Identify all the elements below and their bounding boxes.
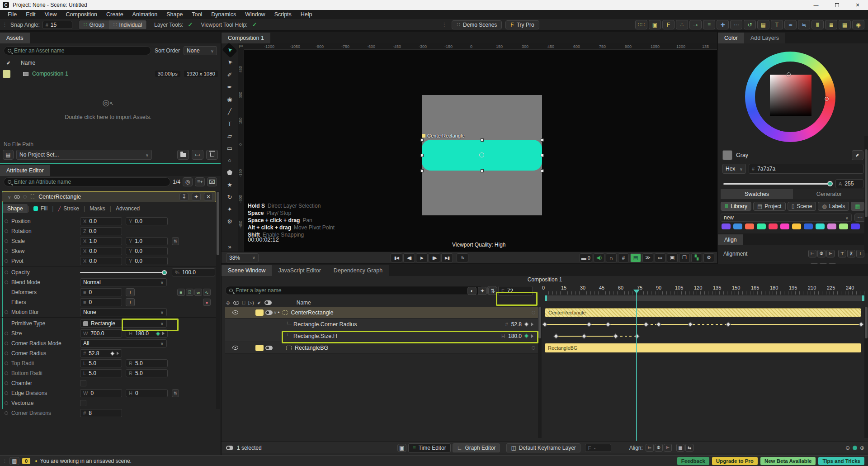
render-column-icon[interactable]: ⎕ xyxy=(242,300,245,306)
keyframe-circle-icon[interactable] xyxy=(5,391,8,395)
align-vertical-top-button[interactable]: ⊤ xyxy=(838,250,846,257)
palette-swatch-2[interactable] xyxy=(745,223,754,229)
frame-bounds-icon[interactable]: ▭ xyxy=(655,253,665,262)
menu-scripts[interactable]: Scripts xyxy=(270,11,296,18)
vectorize-checkbox[interactable] xyxy=(80,400,86,406)
zoom-out-icon[interactable]: ⊖ xyxy=(845,445,850,451)
keyframe-circle-icon[interactable] xyxy=(5,249,8,253)
palette-swatch-4[interactable] xyxy=(769,223,778,229)
audio-icon[interactable]: ◀) xyxy=(594,253,604,262)
add-attribute-button[interactable]: ≡+ xyxy=(195,177,205,186)
selection-handle[interactable] xyxy=(420,154,424,157)
collapse-chevron-icon[interactable]: ∨ xyxy=(8,195,11,200)
library-tab-labels[interactable]: ◍Labels xyxy=(818,202,849,211)
minimize-button[interactable]: — xyxy=(806,0,826,10)
clear-attribute-button[interactable]: ⌧ xyxy=(207,177,217,186)
link-icon[interactable]: ∞ xyxy=(194,289,202,296)
asset-search-input[interactable]: Enter an Asset name xyxy=(4,46,151,55)
playback-speed-icon[interactable]: ≫ xyxy=(642,253,653,262)
layer-color-swatch[interactable] xyxy=(255,345,264,351)
forge-icon[interactable]: F xyxy=(662,20,675,29)
menu-window[interactable]: Window xyxy=(241,11,269,18)
timeline-ruler[interactable]: 0153045607590105120135150165180195210225… xyxy=(545,284,864,301)
library-tab-project[interactable]: ▤Project xyxy=(753,202,786,211)
line-tool[interactable]: ╱ xyxy=(224,106,236,116)
time-editor-button[interactable]: ≡Time Editor xyxy=(408,443,451,452)
dots-icon[interactable]: ⋯ xyxy=(730,20,742,29)
sv-selector[interactable] xyxy=(787,72,791,76)
statusbar-button-feedback[interactable]: Feedback xyxy=(677,457,709,465)
keyframe-diamond-icon[interactable] xyxy=(524,322,529,327)
palette-swatch-10[interactable] xyxy=(839,223,848,229)
opacity-slider-handle[interactable] xyxy=(162,270,167,275)
pen-tool[interactable]: ✒ xyxy=(224,82,236,92)
viewport-canvas[interactable]: CenterRectangle Hold SDirect Layer Selec… xyxy=(244,50,717,252)
layer-row-rectangle-corner-radius[interactable]: └┈Rectangle.Corner Radius#52.8 xyxy=(225,319,538,330)
individual-button[interactable]: ∷Individual xyxy=(109,20,146,29)
tab-dependency-graph[interactable]: Dependency Graph xyxy=(327,265,389,276)
skip-start-button[interactable]: ▮◀ xyxy=(391,253,402,262)
graph-editor-button[interactable]: ∟Graph Editor xyxy=(453,443,500,452)
dropdown-primitive-type[interactable]: Rectangle∨ xyxy=(80,319,167,328)
render-camera-icon[interactable]: ◉ xyxy=(852,20,864,29)
attribute-scrollbar[interactable] xyxy=(216,191,220,409)
distribute-icon[interactable]: ✚ xyxy=(717,20,729,29)
field-bottom-radii-l[interactable]: L5.0 xyxy=(80,369,122,377)
field-edge-divisions-h[interactable]: H0 xyxy=(126,389,168,397)
keyframe-circle-icon[interactable] xyxy=(5,411,8,415)
selection-handle[interactable] xyxy=(541,154,544,157)
scatter-icon[interactable]: ∴ xyxy=(676,20,688,29)
filmstrip-icon[interactable]: ▤ xyxy=(757,20,769,29)
sparkle-tool[interactable]: ✦ xyxy=(224,204,236,214)
palette-swatch-3[interactable] xyxy=(757,223,766,229)
play-button[interactable]: ▶ xyxy=(416,253,428,262)
text-path-icon[interactable]: T xyxy=(771,20,783,29)
keyframe-layer-dropdown[interactable]: ◫Default Keyframe Layer xyxy=(506,443,580,452)
hue-selector[interactable] xyxy=(825,97,829,101)
messages-button[interactable]: ▤ xyxy=(9,457,19,465)
field-edge-divisions-w[interactable]: W0 xyxy=(80,389,122,397)
keyframe-next-icon[interactable] xyxy=(162,332,165,335)
keyframe-35[interactable] xyxy=(586,322,591,327)
keyframe-250[interactable] xyxy=(859,322,863,327)
add-deformers-button[interactable]: + xyxy=(126,288,135,296)
layer-search-input[interactable]: Enter a layer name xyxy=(225,286,485,295)
selection-handle[interactable] xyxy=(481,169,484,172)
viewport-tool-help-checkbox[interactable]: ✓ xyxy=(252,21,257,28)
keyframe-circle-icon[interactable] xyxy=(5,342,8,345)
dock-button[interactable]: ▣ xyxy=(397,444,406,452)
dropdown-motion-blur[interactable]: None∨ xyxy=(80,308,167,316)
duplicates-icon[interactable]: ❐ xyxy=(679,253,690,262)
key-align-0-button[interactable]: ⊨ xyxy=(646,444,654,452)
alpha-field[interactable]: A255 xyxy=(835,179,863,188)
keyframe-circle-icon[interactable] xyxy=(5,332,8,335)
asset-drop-area[interactable]: ◎↖ Double click here to import Assets. xyxy=(0,79,216,142)
menu-file[interactable]: File xyxy=(4,11,21,18)
assets-tab[interactable]: Assets xyxy=(0,33,30,43)
text-tool[interactable]: T xyxy=(224,119,236,128)
dropdown-blend-mode[interactable]: Normal∨ xyxy=(80,278,167,286)
columns-icon[interactable]: Ⅲ xyxy=(811,20,824,29)
layer-solo-icon[interactable] xyxy=(265,346,273,350)
subtab-swatches[interactable]: Swatches xyxy=(721,189,793,199)
visibility-column-icon[interactable] xyxy=(233,301,239,305)
color-panel-scrollbar[interactable] xyxy=(864,136,868,253)
keyframe-50[interactable] xyxy=(605,322,610,327)
ellipse-tool[interactable]: ○ xyxy=(224,155,236,165)
field-skew-x[interactable]: X0.0 xyxy=(80,247,122,255)
dropdown-corner-radius-mode[interactable]: All∨ xyxy=(80,339,167,347)
expand-chevron-icon[interactable]: ∨ xyxy=(274,310,277,315)
project-dropdown[interactable]: No Project Set...∨ xyxy=(16,150,152,160)
pivot-icon[interactable] xyxy=(479,152,484,157)
more-tools[interactable]: » xyxy=(224,242,236,252)
saturation-value-square[interactable] xyxy=(770,75,811,116)
layer-row-centerrectangle[interactable]: ∨•CenterRectangle xyxy=(225,307,538,319)
filters-count-field[interactable]: ≡0 xyxy=(80,298,122,306)
add-filters-button[interactable]: + xyxy=(126,298,135,306)
palette-dropdown[interactable]: new∨ xyxy=(721,214,852,222)
selection-handle[interactable] xyxy=(541,169,544,172)
keyframe-circle-icon[interactable] xyxy=(5,259,8,263)
menu-composition[interactable]: Composition xyxy=(62,11,101,18)
guides-icon[interactable]: ▤ xyxy=(630,253,641,262)
glow-icon[interactable]: ● xyxy=(203,299,211,306)
